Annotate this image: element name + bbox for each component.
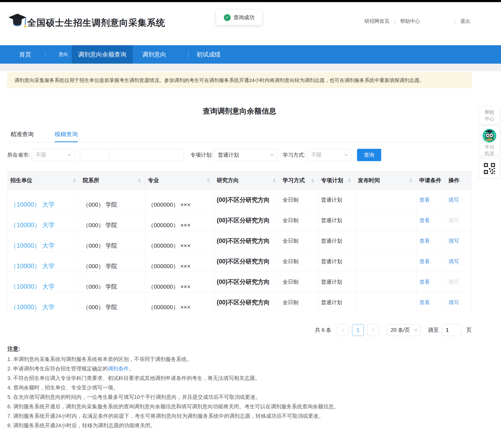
major-cell: （000000） ××× [145,190,214,210]
sort-icon[interactable] [73,179,76,182]
special-plan-label: 专项计划: [190,151,213,159]
direction-cell: (00)不区分研究方向 [214,231,280,251]
unit-name-input[interactable] [109,149,184,161]
special-plan-value: 普通计划 [218,151,271,159]
col-header-plan: 专项计划 [318,171,355,190]
study-mode-select[interactable]: 不限 [307,149,351,161]
study-mode-cell: 全日制 [280,190,318,210]
nav-item-home[interactable]: 首页 [19,50,31,59]
tab-precise-query[interactable]: 精准查询 [11,130,34,142]
col-label: 研究方向 [217,177,239,184]
unit-code-input[interactable] [80,149,109,161]
university-link[interactable]: （10000） 大学 [10,200,55,209]
notes-title: 注意: [7,345,485,353]
study-mode-cell: 全日制 [280,210,318,231]
help-center-widget[interactable]: 帮助 中心 [479,106,500,124]
robot-label-line1: 学信 [483,144,496,150]
col-label: 发布时间 [358,177,380,184]
link-yanzhao-home[interactable]: 研招网首页 [364,18,389,25]
chevron-down-icon [270,152,274,156]
sort-icon[interactable] [311,179,314,182]
view-link[interactable]: 查看 [419,196,430,203]
study-mode-label: 学习方式: [283,151,305,159]
qr-code-icon [483,162,495,175]
fill-link[interactable]: 填写 [448,258,459,265]
note-text: 8. 调剂服务系统开通24小时后，转移为调剂志愿的功能将关闭。 [7,422,156,428]
note-text: 2. 申请调剂考生应符合招生管理规定确定的 [7,366,108,371]
university-link[interactable]: （10000） 大学 [10,241,55,250]
graduation-cap-logo [8,13,27,31]
page-size-select[interactable]: 20 条/页 [387,324,420,336]
university-link[interactable]: （10000） 大学 [10,221,55,229]
special-plan-select[interactable]: 普通计划 [214,149,277,161]
note-item: 6. 调剂服务系统开通后，调剂意向采集服务系统的查询调剂意向余额信息和填写调剂意… [7,402,485,411]
nav-item-initial-score[interactable]: 初试成绩 [197,50,221,59]
jump-page-input[interactable] [442,324,462,336]
col-label: 申请条件 [419,177,441,184]
tab-fuzzy-query[interactable]: 模糊查询 [55,130,78,142]
prev-page-button[interactable]: ‹ [337,324,349,336]
publish-time-cell [355,272,417,292]
note-item: 7. 调剂服务系统开通24小时内，在满足条件的前提下，考生可将调剂意向转为调剂服… [7,411,485,421]
header-separator: | [394,18,395,24]
view-link[interactable]: 查看 [419,299,430,306]
publish-time-cell [355,292,417,313]
sort-icon[interactable] [410,179,412,182]
chevron-down-icon [414,328,417,331]
col-header-direction: 研究方向 [214,171,280,190]
view-link[interactable]: 查看 [419,258,430,265]
col-header-unit: 招生单位 [8,171,80,190]
university-link[interactable]: （10000） 大学 [10,282,55,291]
university-link[interactable]: （10000） 大学 [10,262,55,270]
fill-link[interactable]: 填写 [448,196,459,203]
table-row: （10000） 大学 （000） 学院 （000000） ××× (00)不区分… [8,251,471,272]
major-cell: （000000） ××× [145,292,214,313]
nav-shadow-strip [0,64,501,71]
sort-icon[interactable] [207,179,210,182]
table-row: （10000） 大学 （000） 学院 （000000） ××× (00)不区分… [8,190,471,210]
adjust-conditions-link[interactable]: 调剂条件 [108,366,129,371]
search-button[interactable]: 查询 [357,149,381,161]
sort-icon[interactable] [348,179,351,182]
sort-icon[interactable] [273,179,276,182]
qr-code-widget[interactable] [479,158,500,178]
nav-item-intention-small[interactable]: 意向 [59,51,68,58]
help-center-label-line2: 中心 [483,116,496,122]
col-header-publish: 发布时间 [355,171,417,190]
notes-section: 注意: 1. 本调剂意向采集系统与调剂服务系统有本质的区别，不等同于调剂服务系统… [7,345,485,430]
nav-item-balance-query-active[interactable]: 调剂意向余额查询 [72,45,133,64]
note-text: 7. 调剂服务系统开通24小时内，在满足条件的前提下，考生可将调剂意向转为调剂服… [7,413,324,419]
view-link[interactable]: 查看 [419,237,430,245]
link-logout[interactable]: 退出 [460,18,470,25]
nav-item-adjust-intention[interactable]: 调剂意向 [142,50,166,59]
xuexin-robot-widget[interactable]: 学信 机器人 [479,126,500,156]
jump-unit-label: 页 [466,327,472,334]
col-header-major: 专业 [145,171,214,190]
col-label: 专项计划 [321,177,343,184]
fill-link[interactable]: 填写 [448,299,459,306]
university-link[interactable]: （10000） 大学 [10,303,55,311]
publish-time-cell [355,231,417,251]
link-help-center[interactable]: 帮助中心 [400,18,420,25]
study-mode-cell: 全日制 [280,231,318,251]
note-item: 5. 在允许填写调剂意向的时间内，一位考生最多可填写10个平行调剂意向，并且提交… [7,392,485,402]
publish-time-cell [355,251,417,272]
view-link[interactable]: 查看 [419,217,430,224]
sort-icon[interactable] [138,179,141,182]
nav-divider [45,51,45,58]
next-page-button[interactable]: › [367,324,379,336]
note-text: 6. 调剂服务系统开通后，调剂意向采集服务系统的查询调剂意向余额信息和填写调剂意… [7,404,339,409]
notice-banner: 调剂意向采集服务系统仅用于招生单位提前掌握考生调剂意愿情况。参加调剂的考生可在调… [7,73,472,88]
page-number-button[interactable]: 1 [352,324,364,336]
study-mode-value: 不限 [311,151,345,159]
fill-link[interactable]: 填写 [448,237,459,245]
chevron-down-icon [344,152,348,156]
province-select[interactable]: 不限 [32,149,75,161]
special-plan-cell: 普通计划 [318,272,355,292]
col-label: 招生单位 [10,177,32,184]
dept-cell: （000） 学院 [80,251,145,272]
major-cell: （000000） ××× [145,231,214,251]
owl-robot-icon [482,129,497,143]
view-link[interactable]: 查看 [419,278,430,286]
total-count: 共 6 条 [315,327,331,334]
